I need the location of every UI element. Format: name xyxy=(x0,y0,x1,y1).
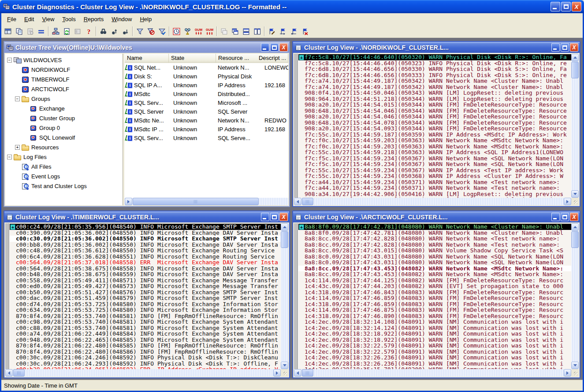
minimize-button[interactable] xyxy=(551,2,560,11)
tree-close-button[interactable]: X xyxy=(279,43,288,52)
menu-item[interactable]: Window xyxy=(108,14,136,24)
timberwolf-minimize-button[interactable] xyxy=(261,213,269,221)
timberwolf-titlebar[interactable]: Cluster Log View - .\TIMBERWOLF_CLUSTER.… xyxy=(4,211,289,222)
log-line[interactable]: f7c:f0c.10/27[15:44:59.203](050363) WARN… xyxy=(298,144,571,150)
horizontal-scrollbar[interactable] xyxy=(294,198,571,205)
scroll-left-button[interactable] xyxy=(294,369,301,377)
scroll-left-button[interactable] xyxy=(294,198,301,205)
log-line[interactable]: f7c:a44.10/27[15:44:59.234](050371) WARN… xyxy=(298,179,571,185)
log-line[interactable]: f7c:55c.10/27[15:44:59.234](050368) WARN… xyxy=(298,173,571,179)
scroll-down-button[interactable] xyxy=(281,362,288,369)
log-line[interactable]: f7c:a74.10/27[15:44:49.187](050342) WARN… xyxy=(298,78,571,84)
log-line[interactable]: c00:6c4.09/28[21:05:36.628](048551) INFO… xyxy=(10,254,281,260)
log-line[interactable]: c00:564.09/28[21:05:37.018](048558) ERR … xyxy=(10,259,281,266)
scroll-up-button[interactable] xyxy=(571,223,579,231)
scroll-down-button[interactable] xyxy=(571,362,579,369)
log-line[interactable]: c00:c30.09/28[21:05:36.002](048550) INFO… xyxy=(10,236,281,242)
vertical-scrollbar[interactable] xyxy=(571,54,579,198)
log-line[interactable]: 8a8:8c0.09/28[17:47:43.031](048080) WARN… xyxy=(298,254,571,260)
scroll-left-button[interactable] xyxy=(5,369,13,377)
log-line[interactable]: 1c4:114.09/28[17:47:46.859](048083) WARN… xyxy=(298,295,571,301)
log-line[interactable]: 1c4:318.09/28[17:47:46.859](048083) WARN… xyxy=(298,301,571,307)
log-line[interactable]: c00:ed0.09/28[21:05:49.427](048573) INFO… xyxy=(10,283,281,289)
legend-icon[interactable] xyxy=(36,26,47,37)
list-column-header[interactable]: Resource ... xyxy=(216,54,257,63)
horizontal-scrollbar[interactable] xyxy=(5,369,281,377)
horizontal-scroll-thumb[interactable] xyxy=(302,369,313,377)
log-line[interactable]: c00:30c.09/28[21:06:24.293](048592) INFO… xyxy=(10,361,281,367)
find-next-icon[interactable] xyxy=(120,26,131,37)
log-line[interactable]: 1c4:43c.09/28[17:47:44.203](048082) WARN… xyxy=(298,283,571,289)
scroll-up-button[interactable] xyxy=(281,223,288,231)
log-line[interactable]: 8a8:8f0.09/28[17:47:42.781](048080) WARN… xyxy=(298,224,571,230)
log-line[interactable]: c00:b48.09/28[21:05:38.675](048559) INFO… xyxy=(10,271,281,277)
tree-expander[interactable] xyxy=(7,155,12,159)
table-row[interactable]: SQL Net... Unknown Network N... LONEWO xyxy=(125,63,288,72)
log-line[interactable]: 908:648.10/27[15:44:54.046](050344) WARN… xyxy=(298,108,571,114)
tree-item[interactable]: Group 0 xyxy=(6,123,123,133)
tree-expander[interactable] xyxy=(15,145,20,150)
log-line[interactable]: f7c:5c8.10/27[15:44:46.640](050323) INFO… xyxy=(298,60,571,67)
horizontal-scroll-thumb[interactable] xyxy=(302,198,313,205)
nordikwolf-close-button[interactable]: X xyxy=(570,43,578,52)
table-row[interactable]: SQL Serv... Unknown SQL Serve... xyxy=(125,133,288,142)
log-line[interactable]: f7c:f5c.10/27[15:44:59.234](050367) WARN… xyxy=(298,155,571,162)
tree-maximize-button[interactable] xyxy=(270,43,279,52)
vertical-scroll-thumb[interactable] xyxy=(281,231,288,248)
scroll-up-button[interactable] xyxy=(571,54,579,61)
log-line[interactable]: 908:a20.10/27[15:44:54.093](050344) WARN… xyxy=(298,126,571,132)
menu-item[interactable]: File xyxy=(3,14,20,24)
tree-item[interactable]: All Files xyxy=(6,162,123,171)
log-line[interactable]: 1c4:2ec.09/28[18:32:18.922](048091) WARN… xyxy=(298,331,571,337)
table-row[interactable]: SQL Server Unknown SQL Server xyxy=(125,107,288,116)
scroll-right-button[interactable] xyxy=(564,198,571,205)
timberwolf-close-button[interactable]: X xyxy=(279,213,288,221)
flag-previous-icon[interactable] xyxy=(288,26,299,37)
horizontal-scrollbar[interactable] xyxy=(294,369,571,377)
horizontal-scroll-thumb[interactable] xyxy=(13,369,25,377)
scroll-right-button[interactable] xyxy=(273,369,281,377)
table-row[interactable]: MSdtc Unknown Distributed... xyxy=(125,89,288,98)
log-line[interactable]: c00:b50.09/28[21:05:51.427](048576) INFO… xyxy=(10,289,281,296)
tree-item[interactable]: TIMBERWOLF xyxy=(6,74,123,84)
maximize-button[interactable] xyxy=(561,2,571,11)
log-line[interactable]: 1c4:2ec.09/28[18:32:26.236](048091) WARN… xyxy=(298,361,571,367)
log-line[interactable]: 8a8:8cc.09/28[17:47:43.453](048082) WARN… xyxy=(298,266,571,272)
log-line[interactable]: 1c4:114.09/28[17:47:46.875](048083) WARN… xyxy=(298,307,571,313)
tree-item[interactable]: SQL Lonewolf xyxy=(6,133,123,142)
timberwolf-maximize-button[interactable] xyxy=(270,213,279,221)
scroll-right-button[interactable] xyxy=(564,369,571,377)
copy-icon[interactable] xyxy=(14,26,25,37)
find-icon[interactable] xyxy=(98,26,109,37)
gum-up-icon[interactable]: GUM xyxy=(204,26,215,37)
menu-item[interactable]: Tools xyxy=(58,14,79,24)
list-column-header[interactable]: Descript ... xyxy=(257,54,288,63)
log-line[interactable]: c00:c88.09/28[21:05:53.740](048581) INFO… xyxy=(10,325,281,331)
log-line[interactable]: c00:a74.09/28[21:06:22.449](048584) INFO… xyxy=(10,331,281,337)
arcticwolf-titlebar[interactable]: Cluster Log View - .\ARCTICWOLF_CLUSTER.… xyxy=(293,211,580,222)
log-line[interactable]: 1c4:2ec.09/28[18:32:22.579](048091) WARN… xyxy=(298,349,571,355)
log-line[interactable]: 870:8f4.09/28[21:05:53.740](048581) INFO… xyxy=(10,313,281,319)
flag-next-icon[interactable] xyxy=(277,26,288,37)
cluster-tree-icon[interactable] xyxy=(50,26,61,37)
log-line[interactable]: 870:8f4.09/28[21:06:22.480](048585) INFO… xyxy=(10,343,281,349)
table-row[interactable]: SQL Serv... Unknown Microsoft ... xyxy=(125,98,288,107)
log-line[interactable]: 1c4:2ec.09/28[18:32:18.922](048091) WARN… xyxy=(298,337,571,343)
scroll-right-button[interactable] xyxy=(125,198,132,205)
log-line[interactable]: c00:c48.09/28[21:05:36.612](048550) INFO… xyxy=(10,248,281,254)
log-line[interactable]: 908:964.10/27[15:44:51.218](050344) WARN… xyxy=(298,96,571,102)
menu-item[interactable]: View xyxy=(38,14,58,24)
cascade-windows-icon[interactable] xyxy=(230,26,241,37)
tree-item[interactable]: Groups xyxy=(6,94,123,104)
table-row[interactable]: Disk S: Unknown Physical Disk xyxy=(125,72,288,81)
log-line[interactable]: c00:30c.09/28[21:06:24.246](048592) INFO… xyxy=(10,355,281,361)
tree-item[interactable]: WILDWOLVES xyxy=(6,55,123,65)
log-line[interactable]: 8a8:8cc.09/28[17:47:42.828](048080) WARN… xyxy=(298,236,571,242)
log-line[interactable]: f7c:f0c.10/27[15:44:59.203](050363) WARN… xyxy=(298,137,571,144)
log-line[interactable]: c00:564.09/28[21:05:38.675](048558) INFO… xyxy=(10,266,281,272)
log-line[interactable]: 1c4:2ec.09/28[18:32:14.124](048091) WARN… xyxy=(298,325,571,331)
log-line[interactable]: f7c:6d8.10/27[15:44:46.656](050333) INFO… xyxy=(298,72,571,78)
resize-grip[interactable] xyxy=(571,198,579,205)
refresh-log-icon[interactable] xyxy=(61,26,72,37)
menu-item[interactable]: Edit xyxy=(20,14,38,24)
